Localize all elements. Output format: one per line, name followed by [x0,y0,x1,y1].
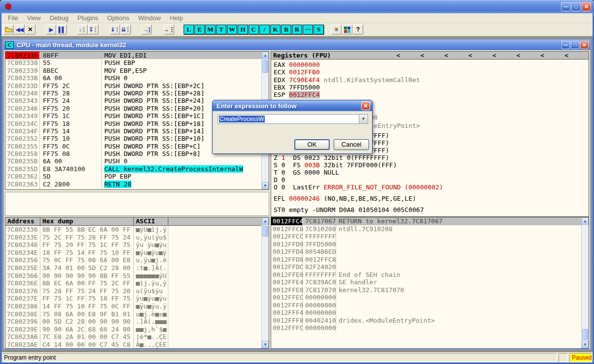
dump-row[interactable]: 7C80235675 0C FF 7508 6A 00 E8u.ÿu■j.è [5,256,261,264]
scroll-up-icon[interactable]: ▲ [262,217,269,225]
view-memory-button[interactable]: M [205,25,216,34]
scrollbar-thumb[interactable] [262,60,268,73]
options-button[interactable]: ≡ [331,25,342,34]
collapse-chevron-icon[interactable]: < [396,52,400,59]
dump-row[interactable]: 7C8023368B FF 55 8BEC 6A 00 FF■ÿU■ìj.ÿ [5,226,261,234]
collapse-chevron-icon[interactable]: < [420,52,424,59]
menu-view[interactable]: View [23,14,45,22]
combobox-dropdown-icon[interactable]: ▼ [359,115,368,123]
register-row[interactable]: D 0 [274,176,589,183]
collapse-chevron-icon[interactable]: < [469,52,472,59]
view-run-trace-button[interactable]: ⋯ [303,25,313,34]
help-button[interactable]: ? [353,25,363,34]
expression-combobox[interactable]: CreateProcessW ▼ [218,114,368,124]
register-row[interactable]: EBX 7FFD5000 [274,84,589,91]
collapse-chevron-icon[interactable]: < [517,52,521,59]
ok-button[interactable]: OK [294,139,330,150]
collapse-chevron-icon[interactable]: < [493,52,497,59]
register-row[interactable]: EFL 00000246 (NO,NB,E,BE,NS,PE,GE,LE) [274,195,589,202]
hex-dump-pane[interactable]: Address Hex dump ASCII 7C8023368B FF 55 … [5,217,269,349]
stack-row[interactable]: 0012FFE0FFFFFFFFEnd of SEH chain [271,271,581,279]
disasm-row[interactable]: 7C8023625DPOP EBP [5,173,261,180]
register-row[interactable]: O 0 LastErr ERROR_FILE_NOT_FOUND (000000… [274,183,589,191]
execute-till-return-button[interactable]: →] [141,25,152,34]
minimize-button[interactable]: — [562,41,570,49]
register-row[interactable]: ECX 0012FFB0 [274,68,589,76]
register-row[interactable]: ST0 empty -UNORM D0A8 01050104 005C0067 [274,206,589,213]
dump-row[interactable]: 7C8023AEC4 14 00 0000 C7 45 C8Â■...ÇEÈ [5,341,261,349]
step-over-button[interactable]: ↧⋮ [88,25,98,34]
dump-row[interactable]: 7C80238E75 08 6A 00E8 9F B1 01u■j.è■±■ [5,310,261,318]
stack-row[interactable]: 0012FFEC00000000 [271,294,581,302]
register-row[interactable]: S 0 FS 003B 32bit 7FFDF000(FFF) [274,161,589,169]
stack-row[interactable]: 0012FFC47C817067RETURN to kernel32.7C817… [271,217,581,225]
menu-help[interactable]: Help [165,14,188,22]
register-row[interactable]: T 0 GS 0000 NULL [274,169,589,176]
menu-file[interactable]: File [3,14,23,22]
dump-row[interactable]: 7C80237675 28 FF 7524 FF 75 20u(ÿu$ÿu [5,287,261,295]
stack-pane[interactable]: 0012FFC47C817067RETURN to kernel32.7C817… [271,217,589,349]
open-file-button[interactable] [3,25,14,34]
stack-row[interactable]: 0012FFE87C817070kernel32.7C817070 [271,286,581,294]
disasm-row[interactable]: 7C802363C2 2800RETN 28 [5,181,261,188]
collapse-chevron-icon[interactable]: < [444,52,448,59]
scrollbar-thumb[interactable] [582,329,588,340]
dump-row[interactable]: 7C802346FF 75 20 FF75 1C FF 75ÿu ÿu■ÿu [5,241,261,249]
minimize-button[interactable]: — [561,2,570,11]
view-cpu-button[interactable]: C [249,25,259,34]
dump-row[interactable]: 7C80236E8B EC 6A 00FF 75 2C FF■ìj.ÿu,ÿ [5,279,261,287]
scrollbar-thumb[interactable] [262,226,268,237]
menu-debug[interactable]: Debug [45,14,73,22]
close-button[interactable]: ✕ [582,2,591,11]
stack-row[interactable]: 0012FFDC82F24020 [271,263,581,271]
disasm-row[interactable]: 7C80235DE8 3A740100CALL kernel32.CreateP… [5,165,261,173]
view-breakpoints-button[interactable]: B [281,25,291,34]
scroll-down-icon[interactable]: ▼ [582,341,589,348]
cpu-window-titlebar[interactable]: C CPU - main thread, module kernel32 —□✕ [4,40,590,50]
stack-row[interactable]: 0012FFF800402410dridex.<ModuleEntryPoint… [271,317,581,325]
register-row[interactable]: EAX 00000000 [274,61,589,68]
close-button[interactable]: ✕ [580,41,589,49]
pause-button[interactable]: ▌▌ [57,25,67,34]
view-windows-button[interactable]: W [227,25,237,34]
stack-row[interactable]: 0012FFFC00000000 [271,324,581,332]
close-process-button[interactable]: ✕ [25,25,35,34]
disasm-row[interactable]: 7C80235B6A 00PUSH 0 [5,157,261,165]
menu-options[interactable]: Options [103,14,134,22]
dump-row[interactable]: 7C80233E75 2C FF 7528 FF 75 24u,ÿu(ÿu$ [5,234,261,242]
view-references-button[interactable]: R [292,25,302,34]
disasm-row[interactable]: 7C80233B6A 00PUSH 0 [5,74,261,82]
dump-row[interactable]: 7C80234E18 FF 75 14FF 75 10 FF■ÿu■ÿu■ÿ [5,249,261,257]
stack-row[interactable]: 0012FFD07FFD5000 [271,241,581,248]
disasm-row[interactable]: 7C8023368BFFMOV EDI,EDI [5,52,261,59]
menu-plugins[interactable]: Plugins [73,14,103,22]
dump-row[interactable]: 7C80237EFF 75 1C FF75 18 FF 75ÿu■ÿu■ÿu [5,295,261,303]
register-row[interactable]: Z 1 DS 0023 32bit 0(FFFFFFFF) [274,154,589,161]
dialog-close-icon[interactable]: ✕ [361,101,370,110]
view-log-button[interactable]: L [184,25,194,34]
cancel-button[interactable]: Cancel [334,139,369,150]
maximize-button[interactable]: □ [571,41,579,49]
disasm-row[interactable]: 7C8023398BECMOV EBP,ESP [5,67,261,74]
dialog-titlebar[interactable]: Enter expression to follow ✕ [213,100,372,111]
scroll-down-icon[interactable]: ▼ [262,341,269,348]
dump-row[interactable]: 7C8023A67C E8 2A 0100 00 C7 45|è*■..ÇE [5,333,261,341]
dump-scrollbar[interactable]: ▲ ▼ [261,217,269,348]
stack-row[interactable]: 0012FFF400000000 [271,309,581,317]
scroll-up-icon[interactable]: ▲ [262,52,269,59]
animate-into-button[interactable]: ⇓⋮ [110,25,120,34]
scroll-up-icon[interactable]: ▲ [582,217,589,225]
disasm-row[interactable]: 7C80236490NOP [5,188,261,190]
main-titlebar[interactable]: ✱ —□✕ [0,0,594,13]
collapse-chevron-icon[interactable]: < [540,52,544,59]
view-patches-button[interactable]: / [259,25,270,34]
view-handles-button[interactable]: H [238,25,248,34]
disasm-row[interactable]: 7C80233DFF75 2CPUSH DWORD PTR SS:[EBP+2C… [5,82,261,90]
expression-value[interactable]: CreateProcessW [219,116,265,122]
stack-scrollbar[interactable]: ▲ ▼ [581,217,589,348]
animate-over-button[interactable]: ⇊⋮ [121,25,131,34]
collapse-chevron-icon[interactable]: < [564,52,568,59]
disasm-row[interactable]: 7C80233855PUSH EBP [5,59,261,66]
go-to-address-button[interactable]: →⋮ [164,25,174,34]
step-into-button[interactable]: ↓⋮ [77,25,88,34]
